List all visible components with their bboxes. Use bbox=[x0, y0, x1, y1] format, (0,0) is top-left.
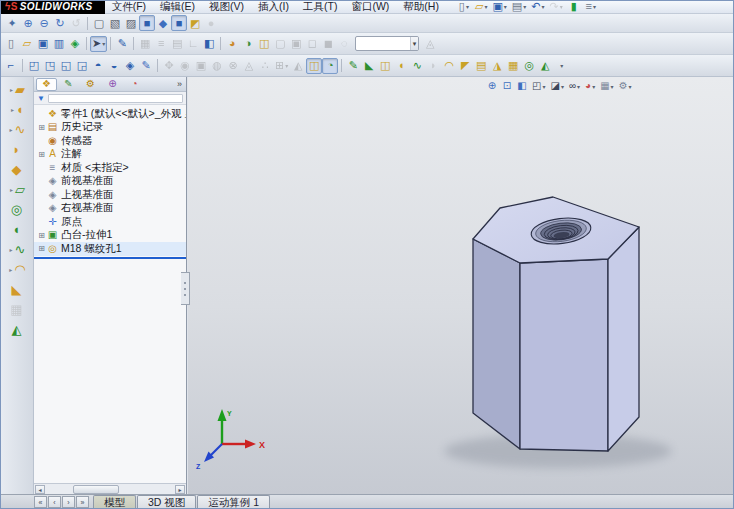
mirror-button[interactable]: ◭ bbox=[0, 319, 33, 339]
tab-scroll-first-button[interactable]: « bbox=[34, 496, 47, 508]
save-document-button[interactable]: ▣ bbox=[35, 36, 51, 52]
revolved-boss-button[interactable]: ◖ bbox=[393, 58, 409, 74]
tree-item-sensors[interactable]: ◉传感器 bbox=[34, 134, 186, 148]
hidden-lines-visible-button[interactable]: ▧ bbox=[107, 15, 123, 31]
fillet-flyout-button[interactable]: ▸◠ bbox=[0, 259, 33, 279]
draft-button[interactable]: ◮ bbox=[489, 58, 505, 74]
rotate-component-button[interactable]: ◍ bbox=[209, 58, 225, 74]
dropdown-arrow-icon[interactable]: ▾ bbox=[577, 83, 580, 90]
hide-show-items-button[interactable]: ∞▾ bbox=[567, 79, 582, 93]
tree-item-material[interactable]: ≡材质 <未指定> bbox=[34, 161, 186, 175]
sketch-button[interactable]: ✎ bbox=[114, 36, 130, 52]
apply-scene-button[interactable]: ▦▾ bbox=[598, 79, 615, 93]
annotation-button[interactable]: ≡ bbox=[153, 36, 169, 52]
tree-filter-input[interactable] bbox=[48, 94, 183, 103]
tree-item-right-plane[interactable]: ◈右视基准面 bbox=[34, 202, 186, 216]
dimension-button[interactable]: ∟ bbox=[185, 36, 201, 52]
save-all-button[interactable]: ▥ bbox=[51, 36, 67, 52]
dropdown-arrow-icon[interactable]: ▾ bbox=[542, 83, 545, 90]
tree-item-boss-extrude1[interactable]: ⊞▣凸台-拉伸1 bbox=[34, 229, 186, 243]
assembly-features-button[interactable]: ⊞▾ bbox=[273, 58, 290, 74]
tree-expander-icon[interactable]: ⊞ bbox=[37, 150, 46, 159]
isolate-button[interactable]: ◫ bbox=[306, 58, 322, 74]
redo-button[interactable]: ↷▾ bbox=[547, 0, 564, 15]
shaded-with-edges-button[interactable]: ■ bbox=[139, 15, 155, 31]
configurationmanager-tab[interactable]: ⚙ bbox=[80, 78, 101, 91]
table-button[interactable]: ▤ bbox=[169, 36, 185, 52]
shadows-in-shaded-mode-button[interactable]: ■ bbox=[171, 15, 187, 31]
dropdown-arrow-icon[interactable]: ▾ bbox=[611, 83, 614, 90]
dropdown-arrow-icon[interactable]: ▾ bbox=[593, 3, 596, 10]
right-view-button[interactable]: ◲ bbox=[74, 58, 90, 74]
view-orientation-button[interactable]: ◰▾ bbox=[530, 79, 547, 93]
mate-button[interactable]: ◉ bbox=[177, 58, 193, 74]
tree-item-part-root[interactable]: ❖零件1 (默认<<默认>_外观 显 bbox=[34, 107, 186, 121]
render-store-button[interactable]: ◬ bbox=[422, 36, 438, 52]
menu-window[interactable]: 窗口(W) bbox=[344, 0, 396, 14]
dropdown-arrow-icon[interactable]: ▾ bbox=[592, 83, 595, 90]
hide-show-components-button[interactable]: ◭ bbox=[290, 58, 306, 74]
displaymanager-tab[interactable]: ◔ bbox=[124, 78, 145, 91]
view-settings-button[interactable]: ⚙▾ bbox=[617, 79, 634, 93]
tree-expander-icon[interactable]: ⊞ bbox=[37, 244, 46, 253]
render-options-button[interactable]: ◼ bbox=[320, 36, 336, 52]
publish-edrawings-button[interactable]: ◈ bbox=[67, 36, 83, 52]
top-view-button[interactable]: ◓ bbox=[90, 58, 106, 74]
new-part-button[interactable]: ▯ bbox=[3, 36, 19, 52]
wireframe-button[interactable]: ▢ bbox=[91, 15, 107, 31]
tree-item-m18-thread-hole1[interactable]: ⊞◎M18 螺纹孔1 bbox=[34, 242, 186, 256]
tree-item-top-plane[interactable]: ◈上视基准面 bbox=[34, 188, 186, 202]
tree-expander-icon[interactable]: ⊞ bbox=[37, 123, 46, 132]
flyout-arrow-icon[interactable]: ▸ bbox=[8, 186, 15, 193]
dropdown-arrow-icon[interactable]: ▾ bbox=[466, 3, 469, 10]
revolved-boss-flyout-button[interactable]: ▸◖ bbox=[0, 99, 33, 119]
hidden-lines-removed-button[interactable]: ▨ bbox=[123, 15, 139, 31]
normal-to-button[interactable]: ✎ bbox=[138, 58, 154, 74]
model-face-left[interactable] bbox=[473, 239, 520, 449]
scroll-left-button[interactable]: ◂ bbox=[35, 485, 45, 494]
exploded-view-button[interactable]: ◬ bbox=[241, 58, 257, 74]
flyout-arrow-icon[interactable]: ▸ bbox=[8, 126, 15, 133]
ambient-occlusion-button[interactable]: ● bbox=[203, 15, 219, 31]
zoom-to-area-button[interactable]: ⊖ bbox=[36, 15, 52, 31]
3d-drawing-view-button[interactable]: ▦ bbox=[137, 36, 153, 52]
zoom-to-fit-button[interactable]: ⊕ bbox=[20, 15, 36, 31]
mirror-button[interactable]: ◭ bbox=[537, 58, 553, 74]
tab-model[interactable]: 模型 bbox=[93, 495, 136, 509]
menu-insert[interactable]: 插入(I) bbox=[251, 0, 296, 14]
menu-tools[interactable]: 工具(T) bbox=[296, 0, 344, 14]
propertymanager-tab[interactable]: ✎ bbox=[58, 78, 79, 91]
graphics-viewport[interactable]: ⊕⊡◧◰▾◪▾∞▾◕▾▦▾⚙▾ bbox=[188, 77, 734, 494]
edit-appearance-button[interactable]: ◕▾ bbox=[583, 79, 597, 93]
dropdown-arrow-icon[interactable]: ▾ bbox=[285, 62, 288, 69]
large-design-review-button[interactable]: ◔ bbox=[322, 58, 338, 74]
menu-view[interactable]: 视图(V) bbox=[202, 0, 251, 14]
shell-button[interactable]: ▦ bbox=[505, 58, 521, 74]
swept-boss-flyout-button[interactable]: ▸∿ bbox=[0, 119, 33, 139]
redraw-button[interactable]: ✦ bbox=[4, 15, 20, 31]
schedule-render-button[interactable]: ◌ bbox=[336, 36, 352, 52]
extruded-cut-button[interactable]: ◣ bbox=[361, 58, 377, 74]
materials-button[interactable]: ◫ bbox=[256, 36, 272, 52]
dropdown-arrow-icon[interactable]: ▾ bbox=[560, 3, 563, 10]
tab-scroll-back-button[interactable]: ‹ bbox=[48, 496, 61, 508]
menu-file[interactable]: 文件(F) bbox=[105, 0, 153, 14]
tree-expander-icon[interactable]: ⊞ bbox=[37, 231, 46, 240]
select-tool-button[interactable]: ➤▾ bbox=[90, 36, 107, 52]
final-render-button[interactable]: ◻ bbox=[304, 36, 320, 52]
extruded-cut-flyout-button[interactable]: ▸▱ bbox=[0, 179, 33, 199]
left-view-button[interactable]: ◱ bbox=[58, 58, 74, 74]
model-canvas[interactable]: X Y Z bbox=[188, 77, 734, 494]
tree-item-history[interactable]: ⊞▤历史记录 bbox=[34, 121, 186, 135]
dropdown-arrow-icon[interactable]: ▾ bbox=[484, 3, 487, 10]
tree-item-front-plane[interactable]: ◈前视基准面 bbox=[34, 175, 186, 189]
boundary-boss-button[interactable]: ◆ bbox=[0, 159, 33, 179]
render-button[interactable]: ▢ bbox=[272, 36, 288, 52]
swept-cut-flyout-button[interactable]: ▸∿ bbox=[0, 239, 33, 259]
lofted-boss-button[interactable]: ◗ bbox=[0, 139, 33, 159]
tab-scroll-last-button[interactable]: » bbox=[76, 496, 89, 508]
smart-fasteners-button[interactable]: ⊗ bbox=[225, 58, 241, 74]
model-face-front[interactable] bbox=[520, 259, 608, 451]
new-document-button[interactable]: ▯▾ bbox=[456, 0, 472, 15]
front-view-button[interactable]: ◰ bbox=[26, 58, 42, 74]
